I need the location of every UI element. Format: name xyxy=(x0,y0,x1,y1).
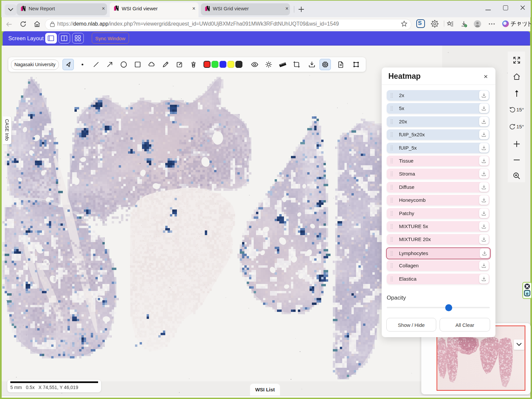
svg-text:e: e xyxy=(526,291,528,296)
